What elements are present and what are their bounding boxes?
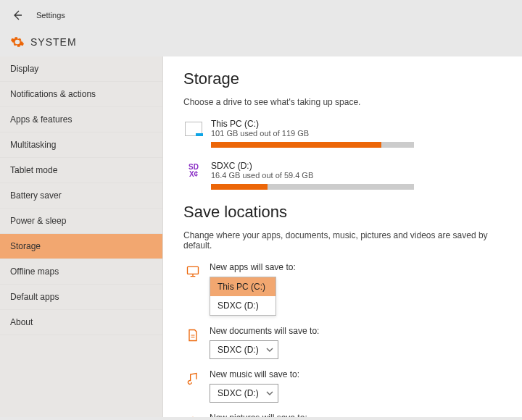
save-row-music: New music will save to: SDXC (D:) — [183, 369, 502, 403]
drive-row-d[interactable]: SDX¢ SDXC (D:) 16.4 GB used out of 59.4 … — [183, 161, 502, 190]
document-icon — [183, 326, 202, 345]
sidebar-item-multitasking[interactable]: Multitasking — [0, 133, 162, 158]
music-note-icon — [183, 369, 202, 388]
gear-icon — [10, 35, 25, 49]
sd-card-icon: SDX¢ — [183, 161, 204, 181]
svg-rect-0 — [188, 266, 199, 274]
sidebar-item-about[interactable]: About — [0, 310, 162, 335]
drive-usage-bar — [211, 142, 414, 148]
save-row-apps: New apps will save to: This PC (C:) SDXC… — [183, 262, 502, 316]
sidebar-item-default-apps[interactable]: Default apps — [0, 285, 162, 310]
music-label: New music will save to: — [210, 369, 299, 379]
storage-heading: Storage — [183, 70, 502, 88]
documents-location-dropdown[interactable]: SDXC (D:) — [210, 340, 278, 359]
sidebar-item-power-sleep[interactable]: Power & sleep — [0, 209, 162, 234]
sidebar-item-offline-maps[interactable]: Offline maps — [0, 259, 162, 285]
dropdown-option[interactable]: This PC (C:) — [210, 277, 276, 296]
drive-usage-bar — [211, 184, 414, 190]
back-button[interactable] — [9, 7, 26, 24]
section-header: SYSTEM — [0, 30, 522, 56]
chevron-down-icon — [266, 390, 273, 397]
titlebar: Settings — [0, 0, 522, 30]
sidebar-item-notifications[interactable]: Notifications & actions — [0, 82, 162, 107]
window-title: Settings — [36, 11, 65, 20]
dropdown-value: SDXC (D:) — [218, 388, 259, 398]
sidebar-item-tablet-mode[interactable]: Tablet mode — [0, 158, 162, 183]
storage-subtitle: Choose a drive to see what's taking up s… — [183, 97, 502, 107]
apps-label: New apps will save to: — [210, 262, 296, 272]
back-arrow-icon — [12, 9, 23, 21]
pictures-label: New pictures will save to: — [210, 413, 307, 417]
dropdown-option[interactable]: SDXC (D:) — [210, 296, 276, 315]
header-label: SYSTEM — [30, 36, 77, 48]
music-location-dropdown[interactable]: SDXC (D:) — [210, 384, 278, 403]
sidebar-item-battery-saver[interactable]: Battery saver — [0, 183, 162, 209]
drive-usage-text: 16.4 GB used out of 59.4 GB — [211, 171, 502, 180]
save-row-documents: New documents will save to: SDXC (D:) — [183, 326, 502, 359]
dropdown-value: SDXC (D:) — [218, 345, 259, 355]
apps-location-dropdown[interactable]: This PC (C:) SDXC (D:) — [210, 277, 276, 316]
main-content: Storage Choose a drive to see what's tak… — [163, 56, 522, 417]
sidebar-item-display[interactable]: Display — [0, 56, 162, 82]
this-pc-icon — [183, 119, 204, 139]
drive-usage-text: 101 GB used out of 119 GB — [211, 129, 502, 138]
sidebar: Display Notifications & actions Apps & f… — [0, 56, 163, 417]
sidebar-item-storage[interactable]: Storage — [0, 234, 162, 259]
drive-row-c[interactable]: This PC (C:) 101 GB used out of 119 GB — [183, 119, 502, 148]
chevron-down-icon — [266, 346, 273, 353]
monitor-icon — [183, 262, 202, 281]
drive-name: SDXC (D:) — [211, 161, 502, 171]
camera-icon — [183, 413, 202, 417]
save-row-pictures: New pictures will save to: SDXC (D:) — [183, 413, 502, 417]
save-locations-subtitle: Change where your apps, documents, music… — [183, 230, 502, 251]
sidebar-item-apps-features[interactable]: Apps & features — [0, 107, 162, 133]
save-locations-heading: Save locations — [183, 203, 502, 222]
drive-name: This PC (C:) — [211, 119, 502, 129]
documents-label: New documents will save to: — [210, 326, 319, 336]
